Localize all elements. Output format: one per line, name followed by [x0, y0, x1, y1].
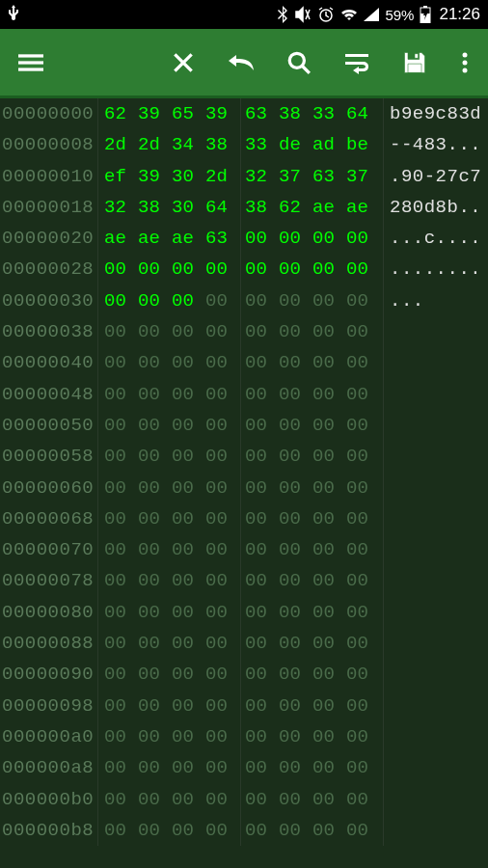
byte-cell[interactable]: 63	[205, 223, 239, 254]
byte-cell[interactable]: 00	[346, 565, 380, 596]
byte-cell[interactable]: 00	[104, 691, 138, 721]
byte-cell[interactable]: 00	[279, 721, 312, 752]
byte-cell[interactable]: 32	[245, 161, 279, 192]
byte-cell[interactable]: 00	[312, 565, 346, 596]
byte-cell[interactable]: 00	[138, 316, 172, 347]
byte-cell[interactable]: 00	[279, 473, 312, 503]
byte-cell[interactable]: 62	[104, 98, 138, 129]
hex-row[interactable]: 000000800000000000000000	[0, 597, 488, 628]
byte-cell[interactable]: de	[279, 129, 312, 160]
byte-cell[interactable]: 00	[172, 752, 205, 783]
byte-cell[interactable]: 00	[279, 659, 312, 690]
ascii-cell[interactable]: ...c....	[384, 223, 488, 254]
byte-cell[interactable]: 00	[279, 628, 312, 659]
byte-cell[interactable]: 00	[245, 721, 279, 752]
byte-cell[interactable]: 00	[138, 534, 172, 565]
byte-cell[interactable]: 00	[205, 659, 239, 690]
byte-cell[interactable]: 00	[245, 784, 279, 815]
hex-row[interactable]: 000000500000000000000000	[0, 410, 488, 441]
menu-button[interactable]	[15, 47, 46, 78]
byte-cell[interactable]: 00	[312, 659, 346, 690]
byte-cell[interactable]: 00	[138, 254, 172, 285]
hex-row[interactable]: 00000020aeaeae6300000000...c....	[0, 223, 488, 254]
byte-cell[interactable]: ef	[104, 161, 138, 192]
byte-cell[interactable]: 63	[245, 98, 279, 129]
byte-cell[interactable]: 00	[138, 691, 172, 721]
byte-cell[interactable]: 00	[312, 691, 346, 721]
byte-cell[interactable]: 64	[346, 98, 380, 129]
byte-cell[interactable]: 00	[312, 815, 346, 846]
byte-cell[interactable]: 38	[279, 98, 312, 129]
byte-cell[interactable]: 00	[279, 347, 312, 378]
byte-cell[interactable]: 00	[279, 410, 312, 441]
byte-cell[interactable]: 00	[104, 503, 138, 534]
ascii-cell[interactable]: 280d8b..	[384, 192, 488, 223]
byte-cell[interactable]: 00	[205, 473, 239, 503]
byte-cell[interactable]: 39	[138, 161, 172, 192]
hex-row[interactable]: 000000400000000000000000	[0, 347, 488, 378]
byte-cell[interactable]: 65	[172, 98, 205, 129]
hex-row[interactable]: 000000006239653963383364b9e9c83d	[0, 98, 488, 129]
byte-cell[interactable]: 00	[245, 597, 279, 628]
byte-cell[interactable]: 00	[245, 503, 279, 534]
hex-row[interactable]: 000000a80000000000000000	[0, 752, 488, 783]
byte-cell[interactable]: 00	[205, 691, 239, 721]
byte-cell[interactable]: 00	[138, 597, 172, 628]
byte-cell[interactable]: 00	[172, 254, 205, 285]
byte-cell[interactable]: 00	[172, 503, 205, 534]
byte-cell[interactable]: 00	[346, 597, 380, 628]
byte-cell[interactable]: 00	[245, 254, 279, 285]
byte-cell[interactable]: 00	[279, 254, 312, 285]
byte-cell[interactable]: 00	[346, 752, 380, 783]
byte-cell[interactable]: 00	[346, 223, 380, 254]
byte-cell[interactable]: 00	[346, 628, 380, 659]
byte-cell[interactable]: 00	[245, 410, 279, 441]
hex-row[interactable]: 000000680000000000000000	[0, 503, 488, 534]
hex-row[interactable]: 000000900000000000000000	[0, 659, 488, 690]
more-button[interactable]	[457, 47, 473, 78]
byte-cell[interactable]: 62	[279, 192, 312, 223]
hex-row[interactable]: 000000a00000000000000000	[0, 721, 488, 752]
byte-cell[interactable]: 00	[312, 254, 346, 285]
byte-cell[interactable]: 2d	[205, 161, 239, 192]
byte-cell[interactable]: 34	[172, 129, 205, 160]
hex-row[interactable]: 000000580000000000000000	[0, 441, 488, 472]
byte-cell[interactable]: 00	[346, 316, 380, 347]
byte-cell[interactable]: 00	[205, 565, 239, 596]
byte-cell[interactable]: 00	[245, 565, 279, 596]
byte-cell[interactable]: 00	[312, 285, 346, 316]
byte-cell[interactable]: 00	[346, 534, 380, 565]
ascii-cell[interactable]: --483...	[384, 129, 488, 160]
byte-cell[interactable]: 33	[245, 129, 279, 160]
byte-cell[interactable]: 00	[346, 784, 380, 815]
byte-cell[interactable]: ae	[138, 223, 172, 254]
byte-cell[interactable]: 00	[172, 441, 205, 472]
byte-cell[interactable]: 00	[138, 347, 172, 378]
byte-cell[interactable]: 00	[172, 347, 205, 378]
byte-cell[interactable]: 00	[172, 691, 205, 721]
byte-cell[interactable]: 00	[172, 628, 205, 659]
byte-cell[interactable]: 00	[138, 473, 172, 503]
byte-cell[interactable]: 30	[172, 192, 205, 223]
byte-cell[interactable]: 39	[205, 98, 239, 129]
byte-cell[interactable]: 00	[104, 628, 138, 659]
byte-cell[interactable]: 00	[312, 534, 346, 565]
byte-cell[interactable]: 00	[312, 721, 346, 752]
byte-cell[interactable]: be	[346, 129, 380, 160]
byte-cell[interactable]: 37	[279, 161, 312, 192]
byte-cell[interactable]: 00	[138, 410, 172, 441]
byte-cell[interactable]: 00	[205, 503, 239, 534]
byte-cell[interactable]: ae	[172, 223, 205, 254]
byte-cell[interactable]: 00	[205, 254, 239, 285]
byte-cell[interactable]: 30	[172, 161, 205, 192]
byte-cell[interactable]: 00	[312, 410, 346, 441]
byte-cell[interactable]: 00	[172, 473, 205, 503]
byte-cell[interactable]: 00	[346, 347, 380, 378]
byte-cell[interactable]: 00	[172, 721, 205, 752]
byte-cell[interactable]: 2d	[138, 129, 172, 160]
byte-cell[interactable]: 00	[245, 441, 279, 472]
byte-cell[interactable]: 00	[312, 347, 346, 378]
byte-cell[interactable]: 00	[245, 379, 279, 410]
byte-cell[interactable]: 00	[205, 534, 239, 565]
hex-row[interactable]: 000000b80000000000000000	[0, 815, 488, 846]
